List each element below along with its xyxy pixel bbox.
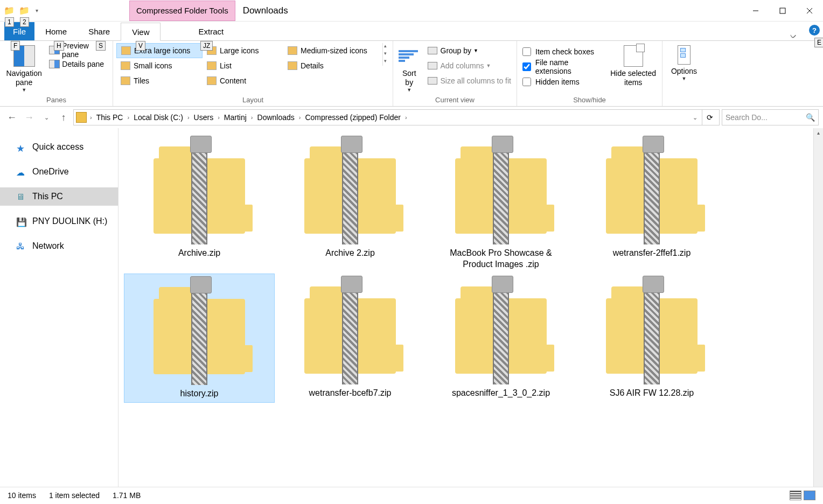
- checkbox[interactable]: [522, 62, 531, 71]
- qat-customize-dropdown[interactable]: ▾: [32, 4, 41, 18]
- checkbox[interactable]: [522, 47, 531, 56]
- breadcrumb-item[interactable]: Compressed (zipped) Folder: [303, 113, 402, 122]
- size-columns-button[interactable]: Size all columns to fit: [426, 73, 514, 88]
- checkbox[interactable]: [522, 78, 531, 86]
- star-icon: ★: [16, 143, 27, 151]
- layout-gallery-scroll[interactable]: ▴▾▾: [382, 43, 388, 66]
- status-selected-size: 1.71 MB: [113, 491, 141, 500]
- layout-extra-large-icons[interactable]: Extra large icons: [116, 43, 203, 58]
- large-icons-view-button[interactable]: [804, 491, 815, 500]
- label: Add columns: [441, 61, 484, 70]
- breadcrumb-sep[interactable]: ›: [298, 114, 302, 121]
- layout-content[interactable]: Content: [203, 73, 283, 88]
- ribbon-group-layout: Extra large icons Small icons Tiles Larg…: [113, 41, 393, 106]
- breadcrumb-sep[interactable]: ›: [89, 114, 93, 121]
- collapse-ribbon-button[interactable]: ᨆ: [786, 31, 801, 40]
- group-by-button[interactable]: Group by ▼: [426, 43, 514, 58]
- content-pane[interactable]: Archive.zipArchive 2.zipMacBook Pro Show…: [118, 128, 823, 487]
- breadcrumb-sep[interactable]: ›: [250, 114, 254, 121]
- breadcrumb-item[interactable]: Users: [192, 113, 216, 122]
- maximize-button[interactable]: [769, 0, 796, 22]
- file-item[interactable]: wetransfer-bcefb7.zip: [275, 274, 426, 403]
- file-item[interactable]: history.zip: [124, 274, 275, 403]
- layout-medium-icons[interactable]: Medium-sized icons: [283, 43, 380, 58]
- sidebar-item-network[interactable]: 🖧Network: [0, 237, 118, 255]
- minimize-button[interactable]: [742, 0, 769, 22]
- file-item[interactable]: wetransfer-2ffef1.zip: [576, 134, 727, 274]
- breadcrumb-item[interactable]: Local Disk (C:): [131, 113, 185, 122]
- layout-tiles[interactable]: Tiles: [116, 73, 203, 88]
- tab-home[interactable]: Home: [34, 22, 78, 40]
- layout-icon: [207, 61, 217, 70]
- chevron-down-icon: ▼: [22, 87, 26, 93]
- layout-large-icons[interactable]: Large icons: [203, 43, 283, 58]
- keytip: H: [54, 41, 64, 51]
- forward-button[interactable]: →: [22, 110, 37, 125]
- sort-by-button[interactable]: Sort by ▼: [396, 43, 422, 95]
- navigation-pane: ★Quick access☁OneDrive🖥This PC💾PNY DUOLI…: [0, 128, 118, 487]
- tab-share[interactable]: Share: [78, 22, 121, 40]
- status-selected-count: 1 item selected: [49, 491, 100, 500]
- title-bar: 📁 1 📁 2 ▾ Compressed Folder Tools Downlo…: [0, 0, 823, 22]
- navigation-pane-button[interactable]: Navigation pane ▼: [3, 43, 45, 95]
- breadcrumb-item[interactable]: Downloads: [255, 113, 297, 122]
- scroll-up-icon[interactable]: ▴: [814, 128, 823, 138]
- label: Details: [301, 61, 324, 70]
- help-icon[interactable]: ?: [809, 25, 820, 36]
- window-controls: [742, 0, 823, 22]
- main-area: ★Quick access☁OneDrive🖥This PC💾PNY DUOLI…: [0, 128, 823, 487]
- ribbon-tabs: File F Home H Share S View V Extract JZ …: [0, 22, 823, 41]
- sidebar-item-onedrive[interactable]: ☁OneDrive: [0, 163, 118, 181]
- layout-list[interactable]: List: [203, 58, 283, 73]
- sidebar-item-label: Quick access: [32, 142, 83, 152]
- address-dropdown[interactable]: ⌄: [693, 114, 698, 121]
- sidebar-item-this-pc[interactable]: 🖥This PC: [0, 187, 118, 206]
- back-button[interactable]: ←: [4, 110, 19, 125]
- file-item[interactable]: Archive 2.zip: [275, 134, 426, 274]
- recent-locations-dropdown[interactable]: ⌄: [39, 110, 54, 125]
- up-button[interactable]: ↑: [56, 110, 71, 125]
- refresh-button[interactable]: ⟳: [702, 110, 717, 125]
- label: Sort by: [397, 69, 421, 87]
- sidebar-item-label: This PC: [32, 192, 63, 201]
- breadcrumb-sep[interactable]: ›: [217, 114, 221, 121]
- details-pane-button[interactable]: Details pane: [47, 57, 109, 71]
- details-view-button[interactable]: [790, 491, 801, 500]
- close-button[interactable]: [796, 0, 823, 22]
- qat-new-folder-icon[interactable]: 📁 2: [17, 4, 31, 18]
- tab-view[interactable]: View: [121, 23, 161, 41]
- label: Group by: [441, 46, 472, 55]
- breadcrumb-sep[interactable]: ›: [126, 114, 130, 121]
- options-button[interactable]: Options ▼: [666, 43, 702, 84]
- contextual-tab-compressed[interactable]: Compressed Folder Tools: [129, 1, 235, 21]
- file-item[interactable]: MacBook Pro Showcase & Product Images .z…: [426, 134, 576, 274]
- layout-small-icons[interactable]: Small icons: [116, 58, 203, 73]
- hidden-items-toggle[interactable]: Hidden items: [522, 74, 605, 89]
- qat-app-icon[interactable]: 📁 1: [2, 4, 16, 18]
- breadcrumb-item[interactable]: This PC: [94, 113, 125, 122]
- file-name-extensions-toggle[interactable]: File name extensions: [522, 59, 605, 74]
- item-check-boxes-toggle[interactable]: Item check boxes: [522, 44, 605, 59]
- tab-extract[interactable]: Extract: [187, 22, 234, 40]
- zip-folder-icon: [455, 277, 547, 384]
- hide-selected-items-button[interactable]: Hide selected items: [608, 43, 659, 89]
- breadcrumb[interactable]: › This PC› Local Disk (C:)› Users› Marti…: [73, 109, 720, 125]
- keytip: S: [96, 41, 106, 51]
- search-input[interactable]: Search Do... 🔍: [722, 109, 819, 125]
- hide-selected-icon: [624, 45, 643, 67]
- file-item[interactable]: SJ6 AIR FW 12.28.zip: [576, 274, 727, 403]
- file-item[interactable]: spacesniffer_1_3_0_2.zip: [426, 274, 576, 403]
- label: Small icons: [134, 61, 172, 70]
- breadcrumb-item[interactable]: Martinj: [222, 113, 249, 122]
- pc-icon: 🖥: [16, 192, 27, 201]
- vertical-scrollbar[interactable]: ▴: [813, 128, 823, 487]
- file-item[interactable]: Archive.zip: [124, 134, 275, 274]
- layout-icon: [121, 46, 131, 55]
- breadcrumb-sep[interactable]: ›: [404, 114, 408, 121]
- zip-folder-icon: [455, 137, 547, 244]
- add-columns-button[interactable]: Add columns ▼: [426, 58, 514, 73]
- sidebar-item-quick-access[interactable]: ★Quick access: [0, 138, 118, 156]
- breadcrumb-sep[interactable]: ›: [186, 114, 191, 121]
- layout-details[interactable]: Details: [283, 58, 380, 73]
- sidebar-item-pny-duolink-h-[interactable]: 💾PNY DUOLINK (H:): [0, 212, 118, 230]
